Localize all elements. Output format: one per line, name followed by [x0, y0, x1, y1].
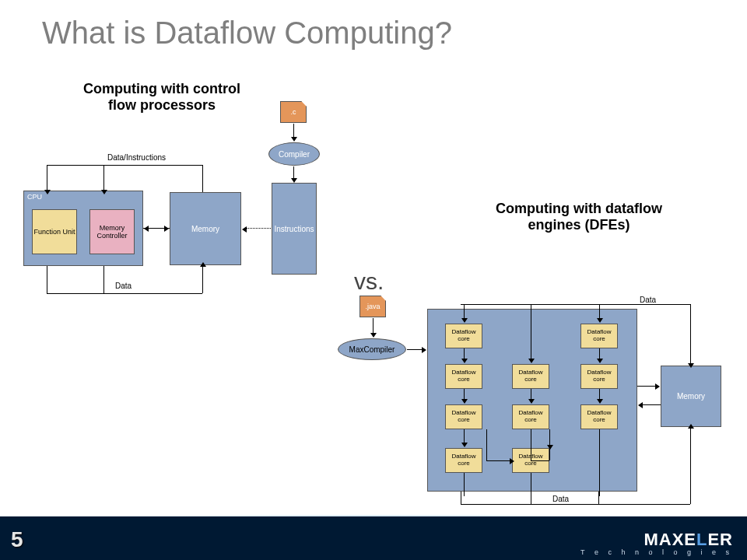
line — [531, 429, 531, 460]
label-data-top: Data — [640, 296, 656, 304]
file-c-icon: .c — [280, 101, 307, 123]
line — [549, 429, 550, 460]
line — [47, 293, 202, 294]
arrow — [690, 428, 691, 432]
instructions-node: Instructions — [272, 183, 317, 275]
arrow — [690, 359, 691, 364]
arrow — [373, 318, 374, 334]
label-data-bottom: Data — [552, 495, 569, 503]
arrow — [599, 305, 600, 319]
arrow — [637, 386, 656, 387]
line — [461, 504, 690, 505]
arrow — [143, 228, 165, 229]
dataflow-core: Dataflow core — [445, 404, 482, 429]
dataflow-core: Dataflow core — [580, 404, 618, 429]
arrow — [642, 404, 661, 405]
line — [461, 304, 690, 305]
arrow — [504, 460, 510, 461]
label-data-instructions: Data/Instructions — [107, 153, 166, 162]
slide-title: What is Dataflow Computing? — [42, 16, 452, 51]
label-data: Data — [115, 282, 132, 290]
arrow — [407, 349, 423, 350]
subtitle-dataflow: Computing with dataflow engines (DFEs) — [478, 201, 680, 233]
memory-controller-node: Memory Controller — [89, 209, 135, 254]
dataflow-core: Dataflow core — [445, 324, 482, 348]
memory-node: Memory — [661, 366, 721, 427]
dataflow-core: Dataflow core — [512, 364, 549, 389]
arrow — [599, 389, 600, 400]
arrow — [293, 166, 294, 179]
arrow — [464, 305, 465, 319]
dataflow-core: Dataflow core — [512, 404, 549, 429]
dataflow-core: Dataflow core — [445, 364, 482, 389]
line — [690, 427, 691, 504]
cpu-node: CPU Function Unit Memory Controller — [23, 191, 143, 266]
arrow — [202, 266, 203, 270]
line — [690, 304, 691, 366]
arrow — [531, 305, 531, 359]
compiler-node: Compiler — [268, 142, 320, 166]
arrow — [531, 389, 531, 400]
dataflow-core: Dataflow core — [580, 364, 618, 389]
arrow — [464, 429, 465, 443]
dataflow-core: Dataflow core — [445, 448, 482, 473]
arrow — [246, 228, 271, 229]
diagram-controlflow: .c Compiler Instructions Memory CPU Func… — [16, 101, 358, 319]
line — [464, 473, 465, 496]
line — [486, 429, 487, 460]
line — [531, 460, 549, 461]
maxcompiler-node: MaxCompiler — [338, 338, 406, 360]
dataflow-core: Dataflow core — [580, 324, 618, 348]
function-unit-node: Function Unit — [32, 209, 77, 254]
page-number: 5 — [11, 527, 23, 552]
line — [598, 492, 599, 504]
file-java-icon: .java — [359, 296, 386, 317]
line — [47, 165, 202, 166]
line — [47, 266, 47, 294]
vs-label: vs. — [354, 268, 384, 295]
slide-footer: 5 MAXELER T e c h n o l o g i e s — [0, 516, 747, 560]
brand-tagline: T e c h n o l o g i e s — [580, 548, 733, 556]
arrow — [464, 389, 465, 400]
diagram-dataflow: .java MaxCompiler Dataflow core Dataflow… — [324, 296, 737, 513]
arrow — [293, 124, 294, 138]
line — [531, 492, 531, 504]
cpu-label: CPU — [27, 193, 42, 201]
brand-logo: MAXELER T e c h n o l o g i e s — [580, 530, 733, 556]
brand-name: MAXELER — [580, 530, 733, 550]
line — [461, 492, 461, 504]
arrow — [103, 184, 104, 191]
memory-node: Memory — [170, 192, 241, 265]
line — [599, 429, 600, 496]
arrow — [464, 348, 465, 359]
line — [103, 266, 104, 294]
arrow — [47, 184, 47, 191]
arrow — [599, 348, 600, 359]
line — [202, 165, 203, 192]
dfe-container: Dataflow core Dataflow core Dataflow cor… — [427, 309, 637, 492]
